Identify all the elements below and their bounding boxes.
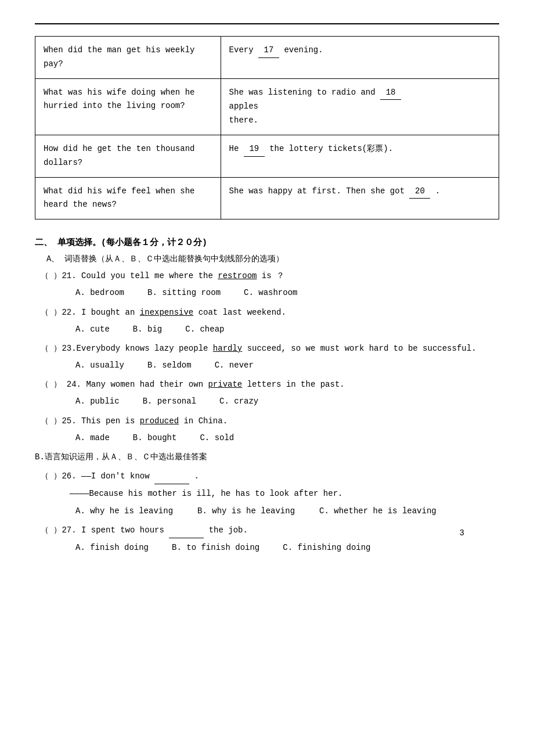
option-23c: C. never xyxy=(215,358,254,373)
option-23a: A. usually xyxy=(75,358,124,373)
question-23: （ ）23.Everybody knows lazy people hardly… xyxy=(35,341,499,373)
question-25: （ ）25. This pen is produced in China. A.… xyxy=(35,414,499,445)
question-21-text: （ ）21. Could you tell me where the restr… xyxy=(41,269,499,283)
question-24-text: （ ） 24. Many women had their own private… xyxy=(41,377,499,392)
question-23-text: （ ）23.Everybody knows lazy people hardly… xyxy=(41,341,499,356)
blank-20: 20 xyxy=(409,185,430,199)
page-number: 3 xyxy=(460,528,464,538)
option-21c: C. washroom xyxy=(244,286,297,300)
table-row: What did his wife feel when she heard th… xyxy=(35,177,499,219)
options-24: A. public B. personal C. crazy xyxy=(75,394,499,409)
blank-27 xyxy=(169,523,204,538)
option-27c: C. finishing doing xyxy=(283,541,370,555)
option-22a: A. cute xyxy=(75,322,110,337)
options-22: A. cute B. big C. cheap xyxy=(75,322,499,337)
question-26: （ ）26. ——I don't know . ————Because his … xyxy=(35,469,499,519)
answer-cell: She was listening to radio and 18 apples… xyxy=(221,78,499,135)
option-21b: B. sitting room xyxy=(147,286,221,300)
question-26-line2: ————Because his mother is ill, he has to… xyxy=(70,487,499,501)
table-row: What was his wife doing when he hurried … xyxy=(35,78,499,135)
underline-private: private xyxy=(208,380,242,389)
table-row: When did the man get his weekly pay? Eve… xyxy=(35,37,499,79)
blank-19: 19 xyxy=(244,142,265,157)
option-27a: A. finish doing xyxy=(75,541,149,555)
table-row: How did he get the ten thousand dollars?… xyxy=(35,135,499,177)
options-27: A. finish doing B. to finish doing C. fi… xyxy=(75,541,499,555)
options-25: A. made B. bought C. sold xyxy=(75,431,499,445)
option-24a: A. public xyxy=(75,394,120,409)
answer-cell: Every 17 evening. xyxy=(221,37,499,79)
question-21: （ ）21. Could you tell me where the restr… xyxy=(35,269,499,300)
option-27b: B. to finish doing xyxy=(172,541,259,555)
question-22: （ ）22. I bought an inexpensive coat last… xyxy=(35,305,499,337)
question-cell: How did he get the ten thousand dollars? xyxy=(35,135,221,177)
option-25a: A. made xyxy=(75,431,110,445)
top-divider xyxy=(35,23,499,24)
question-cell: What did his wife feel when she heard th… xyxy=(35,177,221,219)
underline-produced: produced xyxy=(140,416,179,426)
underline-inexpensive: inexpensive xyxy=(140,308,193,317)
underline-hardly: hardly xyxy=(213,344,242,353)
answer-cell: He 19 the lottery tickets(彩票). xyxy=(221,135,499,177)
option-22b: B. big xyxy=(133,322,162,337)
blank-26 xyxy=(154,469,189,484)
option-22c: C. cheap xyxy=(185,322,224,337)
subb-heading: B.语言知识运用，从Ａ、Ｂ、Ｃ中选出最佳答案 xyxy=(35,450,499,465)
option-24c: C. crazy xyxy=(219,394,258,409)
qa-table: When did the man get his weekly pay? Eve… xyxy=(35,36,499,219)
options-26: A. why he is leaving B. why is he leavin… xyxy=(75,504,499,519)
question-25-text: （ ）25. This pen is produced in China. xyxy=(41,414,499,429)
question-27: （ ）27. I spent two hours the job. A. fin… xyxy=(35,523,499,555)
question-cell: What was his wife doing when he hurried … xyxy=(35,78,221,135)
suba-heading: A、 词语替换（从Ａ、Ｂ、Ｃ中选出能替换句中划线部分的选项） xyxy=(46,254,499,264)
options-23: A. usually B. seldom C. never xyxy=(75,358,499,373)
section2-heading: 二、 单项选择。(每小题各１分，计２０分) xyxy=(35,237,499,248)
question-24: （ ） 24. Many women had their own private… xyxy=(35,377,499,409)
option-25c: C. sold xyxy=(200,431,234,445)
question-cell: When did the man get his weekly pay? xyxy=(35,37,221,79)
option-25b: B. bought xyxy=(133,431,177,445)
blank-17: 17 xyxy=(258,44,279,58)
option-23b: B. seldom xyxy=(147,358,192,373)
blank-18: 18 xyxy=(380,86,401,100)
options-21: A. bedroom B. sitting room C. washroom xyxy=(75,286,499,300)
question-22-text: （ ）22. I bought an inexpensive coat last… xyxy=(41,305,499,320)
answer-cell: She was happy at first. Then she got 20 … xyxy=(221,177,499,219)
underline-restroom: restroom xyxy=(218,271,257,280)
question-27-text: （ ）27. I spent two hours the job. xyxy=(41,523,499,538)
question-26-line1: （ ）26. ——I don't know . xyxy=(41,469,499,484)
option-21a: A. bedroom xyxy=(75,286,124,300)
option-24b: B. personal xyxy=(143,394,196,409)
